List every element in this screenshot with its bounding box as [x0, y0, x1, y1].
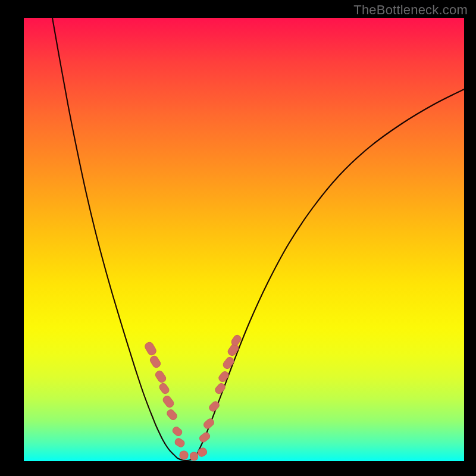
watermark-text: TheBottleneck.com: [353, 2, 468, 18]
data-marker: [179, 450, 188, 459]
right-curve: [195, 89, 464, 458]
data-marker: [174, 437, 186, 448]
data-markers: [143, 334, 242, 461]
data-marker: [171, 425, 183, 437]
data-marker: [190, 452, 198, 461]
data-marker: [149, 355, 162, 369]
data-marker: [154, 369, 167, 384]
data-marker: [143, 341, 157, 356]
data-marker: [158, 382, 170, 395]
data-marker: [198, 431, 211, 444]
data-marker: [196, 447, 208, 458]
data-marker: [162, 394, 176, 409]
data-marker: [222, 356, 236, 370]
plot-area: [24, 18, 464, 461]
chart-svg: [24, 18, 464, 461]
data-marker: [218, 370, 230, 383]
data-marker: [166, 408, 178, 421]
data-marker: [214, 382, 227, 394]
data-marker: [202, 418, 215, 430]
left-curve: [52, 18, 177, 458]
